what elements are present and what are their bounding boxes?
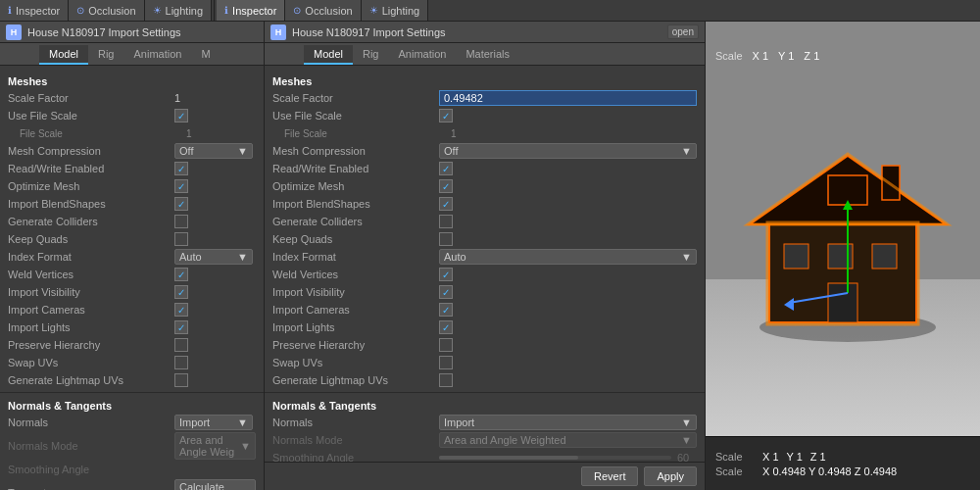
left-blendshapes-checkbox[interactable] bbox=[174, 197, 188, 211]
right-import-blendshapes: Import BlendShapes bbox=[265, 195, 705, 213]
right-bottom-bar: Revert Apply bbox=[265, 462, 705, 490]
right-lightmap-checkbox[interactable] bbox=[439, 373, 453, 387]
right-use-file-scale: Use File Scale bbox=[265, 107, 705, 124]
left-use-file-scale: Use File Scale bbox=[0, 107, 264, 124]
left-optimize-checkbox[interactable] bbox=[174, 179, 188, 193]
right-header: H House N180917 Import Settings open bbox=[265, 22, 705, 43]
main-content: H House N180917 Import Settings Model Ri… bbox=[0, 22, 980, 490]
left-import-cameras: Import Cameras bbox=[0, 301, 264, 318]
left-rw-enabled: Read/Write Enabled bbox=[0, 160, 264, 177]
scale-bottom-x: X 1 bbox=[762, 451, 779, 463]
svg-rect-3 bbox=[784, 244, 808, 269]
right-use-file-scale-checkbox[interactable] bbox=[439, 109, 453, 122]
house-model bbox=[725, 51, 970, 436]
left-file-scale: File Scale 1 bbox=[0, 124, 264, 142]
right-index-format-dropdown[interactable]: Auto▼ bbox=[439, 249, 697, 265]
revert-button[interactable]: Revert bbox=[581, 466, 638, 486]
right-normals-mode-dropdown[interactable]: Area and Angle Weighted▼ bbox=[439, 432, 697, 448]
right-scroll[interactable]: Meshes Scale Factor Use File Scale File … bbox=[265, 66, 705, 462]
scale-z: Z 1 bbox=[804, 50, 819, 62]
left-tab-m[interactable]: M bbox=[191, 45, 220, 65]
left-tangents: Tangents Calculate Tangent Sp▼ bbox=[0, 478, 264, 490]
svg-rect-4 bbox=[828, 244, 853, 269]
left-header: H House N180917 Import Settings bbox=[0, 22, 264, 43]
tab-lighting-left[interactable]: ☀ Lighting bbox=[145, 0, 213, 21]
left-tab-animation[interactable]: Animation bbox=[123, 45, 191, 65]
right-normals: Normals Import▼ bbox=[265, 414, 705, 431]
left-scroll[interactable]: Meshes Scale Factor 1 Use File Scale Fil… bbox=[0, 66, 264, 490]
tab-occlusion-left[interactable]: ⊙ Occlusion bbox=[69, 0, 144, 21]
right-cameras-checkbox[interactable] bbox=[439, 303, 453, 317]
right-tab-rig[interactable]: Rig bbox=[353, 45, 389, 65]
scale-bottom-y: Y 1 bbox=[787, 451, 803, 463]
right-preserve-hierarchy: Preserve Hierarchy bbox=[265, 336, 705, 354]
right-colliders-checkbox[interactable] bbox=[439, 215, 453, 228]
right-tab-materials[interactable]: Materials bbox=[456, 45, 519, 65]
right-swap-uvs: Swap UVs bbox=[265, 354, 705, 371]
left-normals-header: Normals & Tangents bbox=[0, 396, 264, 414]
right-normals-dropdown[interactable]: Import▼ bbox=[439, 415, 697, 430]
left-generate-colliders: Generate Colliders bbox=[0, 213, 264, 230]
scale-top-label: Scale bbox=[715, 50, 743, 62]
right-rw-checkbox[interactable] bbox=[439, 162, 453, 175]
right-quads-checkbox[interactable] bbox=[439, 232, 453, 246]
apply-button[interactable]: Apply bbox=[644, 466, 697, 486]
left-lights-checkbox[interactable] bbox=[174, 320, 188, 334]
left-normals-mode-dropdown[interactable]: Area and Angle Weig▼ bbox=[174, 432, 256, 460]
left-cameras-checkbox[interactable] bbox=[174, 303, 188, 317]
left-normals-dropdown[interactable]: Import▼ bbox=[174, 415, 253, 430]
right-lights-checkbox[interactable] bbox=[439, 320, 453, 334]
inspector-icon-left: ℹ bbox=[8, 5, 12, 16]
left-swap-uvs-checkbox[interactable] bbox=[174, 356, 188, 369]
left-weld-vertices: Weld Vertices bbox=[0, 266, 264, 283]
left-index-format-dropdown[interactable]: Auto▼ bbox=[174, 249, 253, 265]
right-visibility-checkbox[interactable] bbox=[439, 285, 453, 299]
scale-bottom2-label: Scale bbox=[715, 466, 755, 477]
right-tab-model[interactable]: Model bbox=[304, 45, 353, 65]
left-tab-model[interactable]: Model bbox=[39, 45, 88, 65]
left-quads-checkbox[interactable] bbox=[174, 232, 188, 246]
left-colliders-checkbox[interactable] bbox=[174, 215, 188, 228]
right-blendshapes-checkbox[interactable] bbox=[439, 197, 453, 211]
right-optimize-mesh: Optimize Mesh bbox=[265, 177, 705, 195]
left-use-file-scale-checkbox[interactable] bbox=[174, 109, 188, 122]
left-header-title: House N180917 Import Settings bbox=[27, 26, 258, 38]
occlusion-icon-right: ⊙ bbox=[293, 5, 301, 16]
scale-y: Y 1 bbox=[778, 50, 794, 62]
left-normals: Normals Import▼ bbox=[0, 414, 264, 431]
tab-inspector-left[interactable]: ℹ Inspector bbox=[0, 0, 69, 21]
left-smoothing-angle: Smoothing Angle bbox=[0, 461, 264, 478]
right-keep-quads: Keep Quads bbox=[265, 230, 705, 248]
open-button[interactable]: open bbox=[667, 24, 699, 39]
right-import-lights: Import Lights bbox=[265, 318, 705, 336]
left-weld-checkbox[interactable] bbox=[174, 268, 188, 281]
viewport-bottom-bar: Scale X 1 Y 1 Z 1 Scale X 0.4948 Y 0.494… bbox=[706, 436, 980, 490]
right-swap-uvs-checkbox[interactable] bbox=[439, 356, 453, 369]
right-mesh-compression-dropdown[interactable]: Off▼ bbox=[439, 143, 697, 159]
tab-inspector-right[interactable]: ℹ Inspector bbox=[217, 0, 285, 21]
right-normals-mode: Normals Mode Area and Angle Weighted▼ bbox=[265, 431, 705, 449]
right-tab-animation[interactable]: Animation bbox=[388, 45, 456, 65]
right-hierarchy-checkbox[interactable] bbox=[439, 338, 453, 352]
left-hierarchy-checkbox[interactable] bbox=[174, 338, 188, 352]
scale-bottom-label: Scale bbox=[715, 451, 755, 463]
left-tab-rig[interactable]: Rig bbox=[88, 45, 124, 65]
left-visibility-checkbox[interactable] bbox=[174, 285, 188, 299]
left-lightmap-checkbox[interactable] bbox=[174, 373, 188, 387]
left-normals-mode: Normals Mode Area and Angle Weig▼ bbox=[0, 431, 264, 461]
left-import-lights: Import Lights bbox=[0, 318, 264, 336]
scale-bottom-z: Z 1 bbox=[810, 451, 826, 463]
left-import-visibility: Import Visibility bbox=[0, 283, 264, 301]
tab-lighting-right[interactable]: ☀ Lighting bbox=[362, 0, 429, 21]
lighting-icon-left: ☀ bbox=[153, 5, 162, 16]
left-tangents-dropdown[interactable]: Calculate Tangent Sp▼ bbox=[174, 479, 256, 490]
left-mesh-compression-dropdown[interactable]: Off▼ bbox=[174, 143, 253, 159]
viewport-scale-top: Scale X 1 Y 1 Z 1 bbox=[715, 46, 970, 66]
tab-occlusion-right[interactable]: ⊙ Occlusion bbox=[285, 0, 361, 21]
right-optimize-checkbox[interactable] bbox=[439, 179, 453, 193]
right-import-visibility: Import Visibility bbox=[265, 283, 705, 301]
scale-factor-input[interactable] bbox=[439, 90, 697, 106]
left-rw-checkbox[interactable] bbox=[174, 162, 188, 175]
right-weld-checkbox[interactable] bbox=[439, 268, 453, 281]
left-keep-quads: Keep Quads bbox=[0, 230, 264, 248]
